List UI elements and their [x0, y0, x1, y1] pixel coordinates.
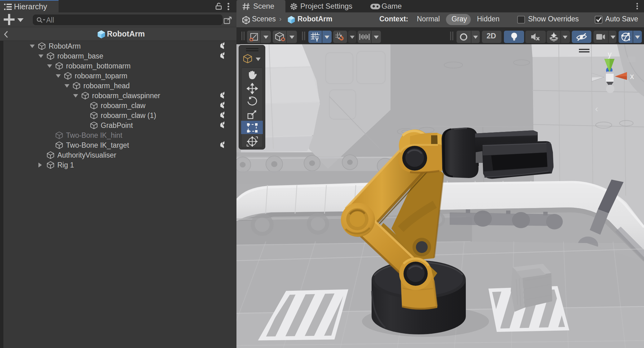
svg-text:Y: Y [315, 37, 319, 42]
svg-text:x: x [630, 72, 634, 80]
svg-text:y: y [608, 50, 612, 59]
